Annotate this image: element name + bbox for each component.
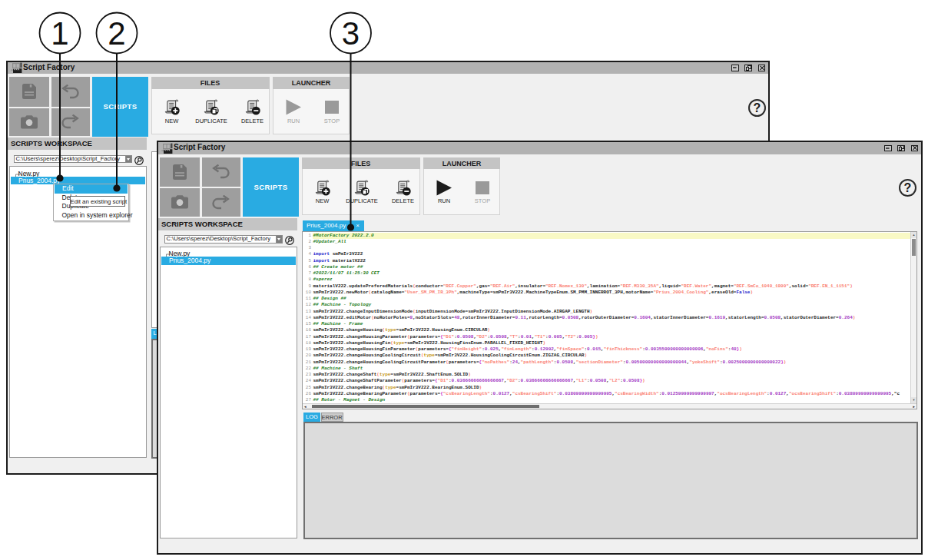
svg-text:3: 3 [342, 15, 360, 51]
svg-text:1: 1 [51, 15, 68, 51]
svg-text:2: 2 [108, 15, 125, 51]
